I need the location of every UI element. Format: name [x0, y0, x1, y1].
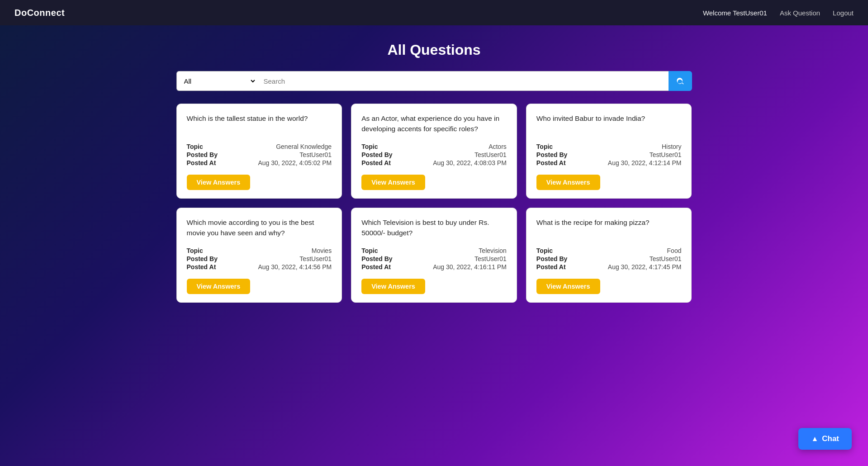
logout-link[interactable]: Logout: [833, 9, 854, 17]
posted-by-label: Posted By: [361, 151, 392, 158]
posted-by-label: Posted By: [187, 151, 218, 158]
meta-posted-by-row: Posted By TestUser01: [187, 255, 332, 262]
meta-topic-row: Topic Actors: [361, 143, 507, 150]
posted-at-value: Aug 30, 2022, 4:05:02 PM: [258, 159, 332, 166]
question-text: Which is the tallest statue in the world…: [187, 113, 332, 135]
view-answers-button[interactable]: View Answers: [536, 279, 600, 294]
posted-at-value: Aug 30, 2022, 4:12:14 PM: [608, 159, 682, 166]
posted-at-value: Aug 30, 2022, 4:17:45 PM: [608, 263, 682, 271]
search-icon: [676, 76, 685, 86]
posted-at-label: Posted At: [187, 159, 216, 166]
search-input[interactable]: [256, 71, 669, 91]
meta-posted-by-row: Posted By TestUser01: [536, 255, 682, 262]
view-answers-button[interactable]: View Answers: [361, 279, 425, 294]
topic-label: Topic: [361, 247, 378, 254]
posted-at-label: Posted At: [361, 263, 391, 271]
question-card: What is the recipe for making pizza? Top…: [526, 208, 692, 303]
page-title: All Questions: [0, 25, 868, 71]
meta-posted-by-row: Posted By TestUser01: [361, 255, 507, 262]
navbar-right: Welcome TestUser01 Ask Question Logout: [703, 9, 854, 17]
meta-posted-at-row: Posted At Aug 30, 2022, 4:17:45 PM: [536, 263, 682, 271]
question-card: Which movie according to you is the best…: [176, 208, 342, 303]
topic-label: Topic: [361, 143, 378, 150]
meta-posted-at-row: Posted At Aug 30, 2022, 4:14:56 PM: [187, 263, 332, 271]
posted-by-value: TestUser01: [299, 151, 332, 158]
chat-fab-button[interactable]: ▲ Chat: [798, 428, 852, 450]
view-answers-button[interactable]: View Answers: [187, 279, 251, 294]
meta-posted-by-row: Posted By TestUser01: [536, 151, 682, 158]
topic-value: Movies: [312, 247, 332, 254]
posted-at-value: Aug 30, 2022, 4:14:56 PM: [258, 263, 332, 271]
question-meta: Topic Food Posted By TestUser01 Posted A…: [536, 247, 682, 271]
posted-by-value: TestUser01: [474, 151, 507, 158]
meta-posted-at-row: Posted At Aug 30, 2022, 4:05:02 PM: [187, 159, 332, 166]
question-text: As an Actor, what experience do you have…: [361, 113, 507, 135]
question-card: Which is the tallest statue in the world…: [176, 104, 342, 199]
question-text: What is the recipe for making pizza?: [536, 217, 682, 239]
topic-value: General Knowledge: [276, 143, 332, 150]
topic-select[interactable]: AllGeneral KnowledgeActorsHistoryMoviesT…: [176, 71, 256, 91]
question-meta: Topic Actors Posted By TestUser01 Posted…: [361, 143, 507, 166]
posted-by-value: TestUser01: [299, 255, 332, 262]
topic-value: Food: [667, 247, 682, 254]
chat-fab-label: Chat: [822, 434, 839, 443]
question-meta: Topic Movies Posted By TestUser01 Posted…: [187, 247, 332, 271]
posted-by-value: TestUser01: [650, 151, 682, 158]
meta-posted-at-row: Posted At Aug 30, 2022, 4:16:11 PM: [361, 263, 507, 271]
view-answers-button[interactable]: View Answers: [187, 175, 251, 190]
meta-posted-by-row: Posted By TestUser01: [187, 151, 332, 158]
ask-question-link[interactable]: Ask Question: [780, 9, 820, 17]
posted-by-label: Posted By: [536, 255, 567, 262]
topic-value: History: [662, 143, 682, 150]
posted-at-value: Aug 30, 2022, 4:08:03 PM: [433, 159, 507, 166]
search-button[interactable]: [669, 71, 692, 91]
question-meta: Topic General Knowledge Posted By TestUs…: [187, 143, 332, 166]
meta-topic-row: Topic History: [536, 143, 682, 150]
topic-label: Topic: [187, 247, 203, 254]
question-meta: Topic Television Posted By TestUser01 Po…: [361, 247, 507, 271]
posted-by-label: Posted By: [361, 255, 392, 262]
view-answers-button[interactable]: View Answers: [361, 175, 425, 190]
view-answers-button[interactable]: View Answers: [536, 175, 600, 190]
search-bar-row: AllGeneral KnowledgeActorsHistoryMoviesT…: [140, 71, 728, 91]
posted-at-value: Aug 30, 2022, 4:16:11 PM: [433, 263, 507, 271]
question-text: Which movie according to you is the best…: [187, 217, 332, 239]
topic-label: Topic: [187, 143, 203, 150]
navbar: DoConnect Welcome TestUser01 Ask Questio…: [0, 0, 868, 25]
topic-label: Topic: [536, 143, 553, 150]
meta-topic-row: Topic Television: [361, 247, 507, 254]
meta-topic-row: Topic Movies: [187, 247, 332, 254]
question-meta: Topic History Posted By TestUser01 Poste…: [536, 143, 682, 166]
meta-posted-at-row: Posted At Aug 30, 2022, 4:08:03 PM: [361, 159, 507, 166]
meta-posted-at-row: Posted At Aug 30, 2022, 4:12:14 PM: [536, 159, 682, 166]
chat-arrow-icon: ▲: [811, 435, 818, 443]
brand-logo: DoConnect: [14, 8, 65, 18]
meta-topic-row: Topic Food: [536, 247, 682, 254]
posted-at-label: Posted At: [361, 159, 391, 166]
meta-topic-row: Topic General Knowledge: [187, 143, 332, 150]
welcome-text: Welcome TestUser01: [703, 9, 767, 17]
posted-by-label: Posted By: [536, 151, 567, 158]
questions-grid: Which is the tallest statue in the world…: [140, 104, 728, 303]
posted-at-label: Posted At: [187, 263, 216, 271]
topic-label: Topic: [536, 247, 553, 254]
question-card: As an Actor, what experience do you have…: [351, 104, 517, 199]
posted-at-label: Posted At: [536, 159, 566, 166]
meta-posted-by-row: Posted By TestUser01: [361, 151, 507, 158]
posted-at-label: Posted At: [536, 263, 566, 271]
question-card: Who invited Babur to invade India? Topic…: [526, 104, 692, 199]
topic-value: Television: [479, 247, 506, 254]
topic-value: Actors: [489, 143, 507, 150]
posted-by-label: Posted By: [187, 255, 218, 262]
question-text: Which Television is best to buy under Rs…: [361, 217, 507, 239]
posted-by-value: TestUser01: [650, 255, 682, 262]
posted-by-value: TestUser01: [474, 255, 507, 262]
question-card: Which Television is best to buy under Rs…: [351, 208, 517, 303]
question-text: Who invited Babur to invade India?: [536, 113, 682, 135]
